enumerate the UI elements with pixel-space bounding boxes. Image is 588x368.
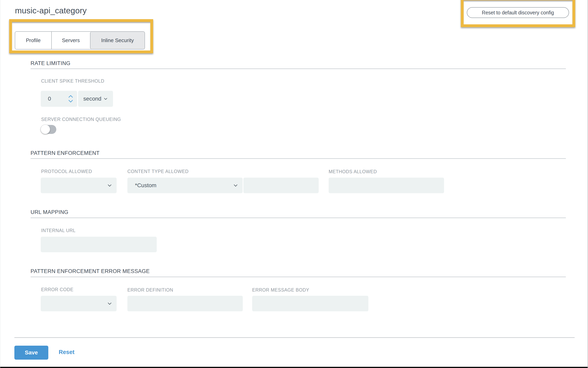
internal-url-label: INTERNAL URL bbox=[41, 228, 76, 233]
content-type-allowed-label: CONTENT TYPE ALLOWED bbox=[127, 169, 188, 174]
window-bottom-edge bbox=[0, 367, 588, 368]
stepper-down-button[interactable] bbox=[68, 100, 73, 103]
number-stepper bbox=[68, 95, 73, 103]
chevron-down-icon bbox=[107, 301, 112, 306]
error-code-select[interactable] bbox=[41, 296, 117, 311]
section-title-error-message: PATTERN ENFORCEMENT ERROR MESSAGE bbox=[30, 268, 150, 274]
page-title: music-api_category bbox=[15, 6, 87, 15]
threshold-unit-value: second bbox=[83, 96, 101, 102]
error-message-body-input[interactable] bbox=[252, 296, 368, 311]
error-message-body-field bbox=[252, 296, 368, 311]
chevron-up-icon bbox=[68, 95, 73, 98]
toggle-knob bbox=[40, 125, 50, 134]
error-definition-label: ERROR DEFINITION bbox=[127, 287, 173, 293]
tab-inline-security[interactable]: Inline Security bbox=[90, 32, 145, 49]
section-divider bbox=[30, 158, 566, 159]
chevron-down-icon bbox=[107, 183, 112, 188]
client-spike-threshold-input[interactable] bbox=[41, 91, 63, 107]
content-type-custom-input[interactable] bbox=[243, 178, 319, 193]
server-connection-queueing-label: SERVER CONNECTION QUEUEING bbox=[41, 117, 121, 122]
chevron-down-icon bbox=[233, 183, 238, 188]
content-type-allowed-select[interactable]: *Custom bbox=[127, 178, 243, 193]
footer-divider bbox=[14, 337, 575, 338]
tab-profile[interactable]: Profile bbox=[15, 32, 51, 49]
stepper-up-button[interactable] bbox=[68, 95, 73, 98]
protocol-allowed-select[interactable] bbox=[41, 178, 117, 193]
section-divider bbox=[30, 68, 566, 69]
chevron-down-icon bbox=[68, 100, 73, 103]
client-spike-threshold-label: CLIENT SPIKE THRESHOLD bbox=[41, 78, 104, 84]
threshold-unit-select[interactable]: second bbox=[78, 91, 113, 107]
section-divider bbox=[30, 218, 566, 218]
content-type-custom-field bbox=[243, 178, 319, 193]
methods-allowed-input[interactable] bbox=[329, 178, 444, 193]
methods-allowed-field bbox=[329, 178, 444, 193]
internal-url-input[interactable] bbox=[41, 237, 157, 252]
chevron-down-icon bbox=[103, 97, 108, 101]
server-connection-queueing-toggle[interactable] bbox=[41, 125, 56, 134]
section-title-rate-limiting: RATE LIMITING bbox=[30, 60, 70, 66]
tab-group: Profile Servers Inline Security bbox=[15, 31, 145, 49]
error-code-label: ERROR CODE bbox=[41, 287, 74, 292]
error-definition-input[interactable] bbox=[127, 296, 243, 311]
client-spike-threshold-field bbox=[41, 91, 77, 107]
internal-url-field bbox=[41, 237, 157, 252]
section-title-pattern-enforcement: PATTERN ENFORCEMENT bbox=[30, 150, 100, 156]
tab-servers[interactable]: Servers bbox=[51, 32, 90, 49]
reset-discovery-button[interactable]: Reset to default discovery config bbox=[467, 7, 569, 18]
methods-allowed-label: METHODS ALLOWED bbox=[329, 169, 377, 175]
section-divider bbox=[30, 276, 566, 277]
content-type-allowed-value: *Custom bbox=[127, 182, 156, 189]
save-button[interactable]: Save bbox=[14, 346, 48, 360]
error-definition-field bbox=[127, 296, 243, 311]
section-title-url-mapping: URL MAPPING bbox=[30, 209, 68, 215]
reset-link[interactable]: Reset bbox=[59, 349, 75, 355]
error-message-body-label: ERROR MESSAGE BODY bbox=[252, 287, 309, 293]
protocol-allowed-label: PROTOCOL ALLOWED bbox=[41, 169, 92, 174]
inline-security-config-page: music-api_category Profile Servers Inlin… bbox=[0, 0, 588, 368]
